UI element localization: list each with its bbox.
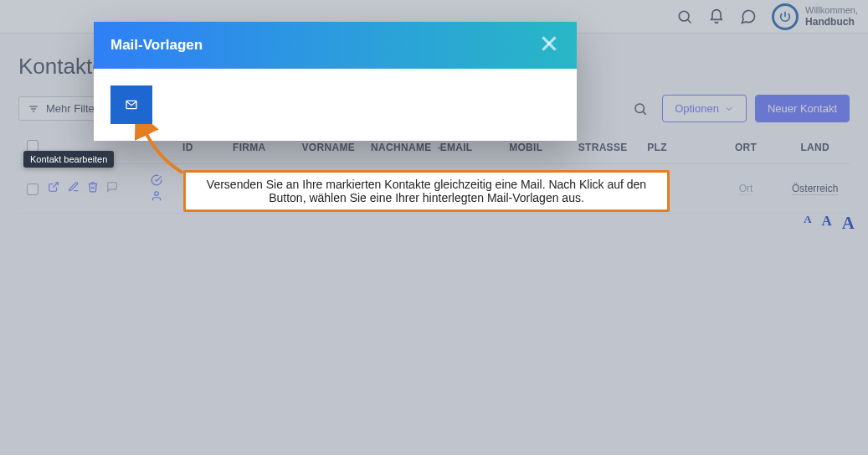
send-mail-button[interactable]	[110, 85, 152, 124]
mail-templates-modal: Mail-Vorlagen	[94, 22, 577, 141]
mail-icon	[123, 98, 140, 111]
modal-header: Mail-Vorlagen	[94, 22, 577, 69]
callout-box: Versenden Sie an Ihre markierten Kontakt…	[183, 170, 670, 212]
modal-title: Mail-Vorlagen	[110, 37, 203, 54]
close-icon[interactable]	[538, 33, 560, 58]
tooltip-edit-contact: Kontakt bearbeiten	[23, 151, 114, 168]
modal-body	[94, 69, 577, 141]
